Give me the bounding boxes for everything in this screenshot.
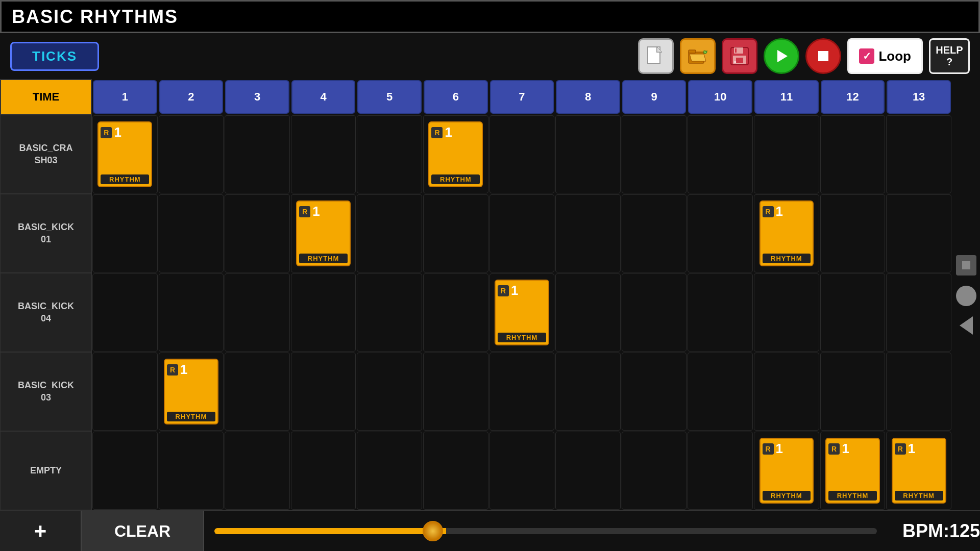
clear-button[interactable]: CLEAR [82, 511, 204, 551]
grid-cell-2-4[interactable] [357, 273, 422, 352]
grid-cell-0-5[interactable]: R1RHYTHM [423, 115, 488, 193]
grid-cell-0-9[interactable] [688, 115, 753, 193]
grid-cell-3-1[interactable]: R1RHYTHM [159, 353, 224, 431]
col-header-3[interactable]: 3 [225, 80, 289, 114]
grid-cell-2-3[interactable] [291, 273, 356, 352]
col-header-1[interactable]: 1 [93, 80, 157, 114]
col-header-5[interactable]: 5 [357, 80, 422, 114]
bpm-slider-thumb[interactable] [423, 521, 443, 541]
rhythm-block[interactable]: R1RHYTHM [164, 359, 218, 424]
grid-cell-4-9[interactable] [688, 432, 753, 510]
rhythm-block[interactable]: R1RHYTHM [760, 438, 814, 503]
grid-cell-3-11[interactable] [820, 353, 886, 431]
grid-cell-2-7[interactable] [555, 273, 621, 352]
grid-cell-0-0[interactable]: R1RHYTHM [92, 115, 158, 193]
grid-cell-0-4[interactable] [357, 115, 422, 193]
grid-cell-4-3[interactable] [291, 432, 356, 510]
grid-cell-2-12[interactable] [886, 273, 951, 352]
new-file-button[interactable] [638, 38, 674, 74]
rhythm-block[interactable]: R1RHYTHM [760, 201, 814, 266]
col-header-9[interactable]: 9 [622, 80, 687, 114]
grid-cell-1-6[interactable] [489, 194, 555, 272]
col-header-10[interactable]: 10 [688, 80, 752, 114]
grid-cell-4-11[interactable]: R1RHYTHM [820, 432, 886, 510]
help-button[interactable]: HELP ? [929, 38, 970, 74]
grid-cell-0-2[interactable] [225, 115, 290, 193]
rhythm-block[interactable]: R1RHYTHM [892, 438, 946, 503]
stop-button[interactable] [805, 38, 841, 74]
grid-cell-0-12[interactable] [886, 115, 951, 193]
col-header-4[interactable]: 4 [291, 80, 356, 114]
grid-cell-4-4[interactable] [357, 432, 422, 510]
bpm-slider-track[interactable] [214, 528, 877, 534]
grid-cell-1-4[interactable] [357, 194, 422, 272]
grid-cell-1-2[interactable] [225, 194, 290, 272]
scroll-top-button[interactable] [956, 255, 976, 276]
rhythm-block[interactable]: R1RHYTHM [825, 438, 880, 503]
grid-cell-2-9[interactable] [688, 273, 753, 352]
grid-cell-4-6[interactable] [489, 432, 555, 510]
grid-cell-1-12[interactable] [886, 194, 951, 272]
grid-cell-1-5[interactable] [423, 194, 488, 272]
rhythm-block[interactable]: R1RHYTHM [296, 201, 351, 266]
add-button[interactable]: + [0, 511, 82, 551]
grid-cell-2-10[interactable] [754, 273, 819, 352]
grid-cell-4-0[interactable] [92, 432, 158, 510]
grid-cell-3-4[interactable] [357, 353, 422, 431]
grid-cell-4-8[interactable] [622, 432, 687, 510]
grid-cell-1-10[interactable]: R1RHYTHM [754, 194, 819, 272]
col-header-8[interactable]: 8 [556, 80, 620, 114]
grid-cell-1-8[interactable] [622, 194, 687, 272]
grid-cell-2-11[interactable] [820, 273, 886, 352]
grid-cell-0-3[interactable] [291, 115, 356, 193]
grid-cell-1-11[interactable] [820, 194, 886, 272]
grid-cell-2-8[interactable] [622, 273, 687, 352]
grid-cell-4-12[interactable]: R1RHYTHM [886, 432, 951, 510]
grid-cell-4-7[interactable] [555, 432, 621, 510]
rhythm-block[interactable]: R1RHYTHM [428, 121, 483, 187]
grid-cell-1-0[interactable] [92, 194, 158, 272]
grid-cell-3-3[interactable] [291, 353, 356, 431]
grid-cell-0-11[interactable] [820, 115, 886, 193]
grid-cell-0-1[interactable] [159, 115, 224, 193]
grid-cell-3-9[interactable] [688, 353, 753, 431]
grid-cell-0-7[interactable] [555, 115, 621, 193]
grid-cell-3-6[interactable] [489, 353, 555, 431]
scroll-circle[interactable] [956, 286, 976, 306]
rhythm-block[interactable]: R1RHYTHM [495, 280, 549, 345]
grid-cell-0-10[interactable] [754, 115, 819, 193]
col-header-7[interactable]: 7 [490, 80, 554, 114]
grid-cell-4-10[interactable]: R1RHYTHM [754, 432, 819, 510]
save-file-button[interactable]: ≡ [722, 38, 757, 74]
grid-cell-3-8[interactable] [622, 353, 687, 431]
grid-cell-3-12[interactable] [886, 353, 951, 431]
play-button[interactable] [764, 38, 799, 74]
grid-cell-2-0[interactable] [92, 273, 158, 352]
grid-cell-3-5[interactable] [423, 353, 488, 431]
arrow-left-icon[interactable] [960, 316, 973, 335]
grid-cell-4-2[interactable] [225, 432, 290, 510]
grid-cell-3-2[interactable] [225, 353, 290, 431]
grid-cell-2-5[interactable] [423, 273, 488, 352]
open-file-button[interactable] [680, 38, 716, 74]
grid-cell-0-8[interactable] [622, 115, 687, 193]
rhythm-block[interactable]: R1RHYTHM [97, 121, 152, 187]
grid-cell-2-1[interactable] [159, 273, 224, 352]
loop-button[interactable]: ✓ Loop [847, 38, 923, 74]
col-header-2[interactable]: 2 [159, 80, 224, 114]
col-header-13[interactable]: 13 [887, 80, 951, 114]
grid-cell-0-6[interactable] [489, 115, 555, 193]
col-header-11[interactable]: 11 [754, 80, 819, 114]
grid-cell-4-1[interactable] [159, 432, 224, 510]
grid-cell-4-5[interactable] [423, 432, 488, 510]
grid-cell-1-3[interactable]: R1RHYTHM [291, 194, 356, 272]
col-header-12[interactable]: 12 [821, 80, 885, 114]
ticks-button[interactable]: TICKS [10, 42, 99, 71]
grid-cell-2-2[interactable] [225, 273, 290, 352]
grid-cell-3-0[interactable] [92, 353, 158, 431]
grid-cell-2-6[interactable]: R1RHYTHM [489, 273, 555, 352]
grid-cell-3-7[interactable] [555, 353, 621, 431]
grid-cell-1-9[interactable] [688, 194, 753, 272]
grid-cell-3-10[interactable] [754, 353, 819, 431]
col-header-6[interactable]: 6 [424, 80, 488, 114]
